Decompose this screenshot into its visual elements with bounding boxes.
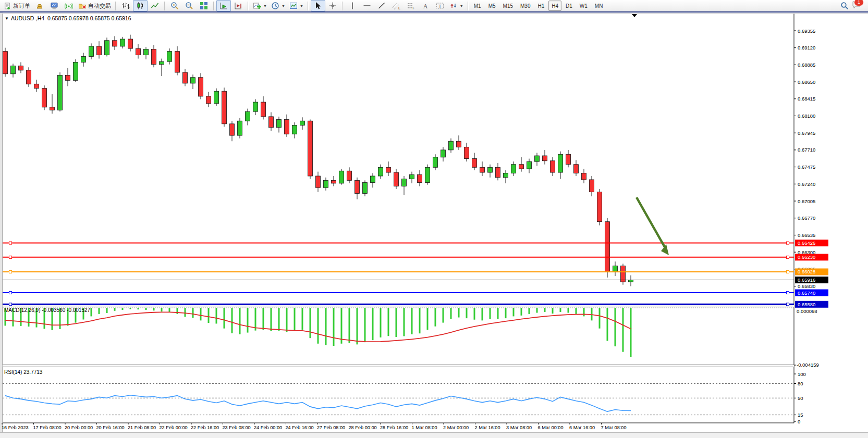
fibonacci-tool-button[interactable]: F (404, 0, 418, 11)
signals-button[interactable] (62, 0, 76, 11)
templates-button[interactable]: ▼ (287, 0, 305, 11)
timeframe-button-h4[interactable]: H4 (548, 1, 561, 11)
line-chart-icon (151, 2, 159, 10)
timeframe-button-m1[interactable]: M1 (471, 1, 484, 11)
text-label-tool-button[interactable]: T (433, 0, 447, 11)
candle (535, 156, 540, 161)
periods-button[interactable]: ▼ (269, 0, 287, 11)
crosshair-button[interactable] (325, 0, 340, 11)
vertical-line-tool-button[interactable] (345, 0, 360, 11)
chart-canvas[interactable]: 0.693550.691200.688850.686500.684150.681… (0, 0, 868, 438)
horizontal-line-tool-button[interactable] (360, 0, 374, 11)
candle (50, 107, 55, 110)
candle (128, 39, 133, 48)
bar-chart-button[interactable] (118, 0, 133, 11)
timeframe-button-d1[interactable]: D1 (563, 1, 576, 11)
date-axis-label: 17 Feb 08:00 (33, 425, 62, 430)
hline-handle[interactable] (9, 256, 12, 258)
candle (11, 66, 16, 73)
search-button[interactable] (837, 0, 852, 11)
candle (261, 102, 266, 117)
candle (167, 52, 172, 61)
zoom-in-icon (170, 2, 179, 10)
timeframe-button-m15[interactable]: M15 (500, 1, 516, 11)
hline-handle[interactable] (787, 242, 789, 244)
timeframe-button-h1[interactable]: H1 (534, 1, 547, 11)
cursor-button[interactable] (311, 0, 325, 11)
candle (222, 91, 227, 124)
candle (120, 39, 125, 46)
horizontal-line-icon (363, 2, 371, 10)
new-order-button[interactable]: 新订单 (2, 0, 32, 11)
arrows-icon (449, 2, 458, 10)
chat-badge: 1 (854, 0, 864, 6)
line-chart-button[interactable] (148, 0, 162, 11)
trendline-icon (377, 2, 386, 10)
hline-handle[interactable] (787, 292, 789, 294)
annotation-arrow[interactable] (637, 197, 665, 248)
date-axis-label: 7 Mar 08:00 (601, 425, 627, 430)
candle (371, 176, 375, 183)
candle (308, 121, 313, 176)
trendline-tool-button[interactable] (374, 0, 389, 11)
auto-scroll-button[interactable] (216, 0, 231, 11)
candlestick-icon (136, 2, 144, 10)
autotrading-button[interactable]: 自动交易 (76, 0, 113, 11)
rsi-axis-label: 0 (798, 419, 800, 424)
price-axis-tick-label: 0.67945 (798, 130, 815, 136)
toolbar-separator (213, 2, 214, 10)
candle (558, 154, 563, 172)
price-axis-tick-label: 0.65830 (798, 283, 815, 289)
equidistant-channel-icon: E (392, 2, 400, 10)
hline-handle[interactable] (787, 256, 789, 258)
chart-shift-marker[interactable] (632, 14, 637, 17)
hline-handle[interactable] (9, 303, 12, 306)
hline-handle[interactable] (9, 292, 12, 294)
candlestick-chart-button[interactable] (133, 0, 148, 11)
toolbar-separator (164, 2, 165, 10)
terminal-button[interactable] (47, 0, 62, 11)
toolbar-separator (342, 2, 343, 10)
date-axis-label: 22 Feb 00:00 (160, 425, 188, 430)
chart-shift-button[interactable] (231, 0, 246, 11)
zoom-out-button[interactable] (182, 0, 197, 11)
candle (386, 167, 391, 172)
arrows-tool-button[interactable]: ▼ (447, 0, 466, 11)
price-tag-label: 0.65916 (798, 277, 815, 283)
chat-button[interactable]: 1 (852, 1, 861, 11)
zoom-in-button[interactable] (167, 0, 182, 11)
market-watch-button[interactable] (32, 0, 47, 11)
tile-windows-button[interactable] (197, 0, 211, 11)
candle (136, 48, 141, 55)
hline-handle[interactable] (9, 242, 12, 244)
price-axis-tick-label: 0.68180 (798, 113, 815, 119)
hline-handle[interactable] (787, 303, 789, 306)
timeframe-button-m5[interactable]: M5 (485, 1, 499, 11)
candle (144, 49, 149, 55)
candle (590, 180, 594, 192)
price-tag-label: 0.65740 (798, 290, 815, 296)
timeframe-button-mn[interactable]: MN (592, 1, 606, 11)
text-tool-button[interactable]: A (418, 0, 433, 11)
macd-scale-max: 0.000068 (797, 308, 817, 314)
candle (363, 183, 368, 194)
indicators-button[interactable]: ▼ (251, 0, 269, 11)
macd-scale-min: -0.004159 (797, 362, 819, 368)
hline-handle[interactable] (9, 270, 12, 273)
timeframe-button-w1[interactable]: W1 (577, 1, 591, 11)
date-axis-label: 20 Feb 16:00 (96, 425, 125, 430)
candle (472, 159, 477, 168)
price-tag-label: 0.65580 (798, 302, 815, 307)
candle (402, 179, 407, 186)
date-axis-label: 6 Mar 00:00 (538, 425, 564, 430)
candle (42, 89, 47, 107)
hline-handle[interactable] (787, 270, 789, 273)
candle (597, 192, 602, 222)
candle (300, 121, 305, 125)
candle (285, 119, 289, 134)
timeframe-button-m30[interactable]: M30 (517, 1, 533, 11)
candle (3, 52, 8, 74)
dropdown-caret-icon: ▼ (300, 4, 303, 8)
template-icon (289, 2, 298, 10)
channel-tool-button[interactable]: E (389, 0, 404, 11)
